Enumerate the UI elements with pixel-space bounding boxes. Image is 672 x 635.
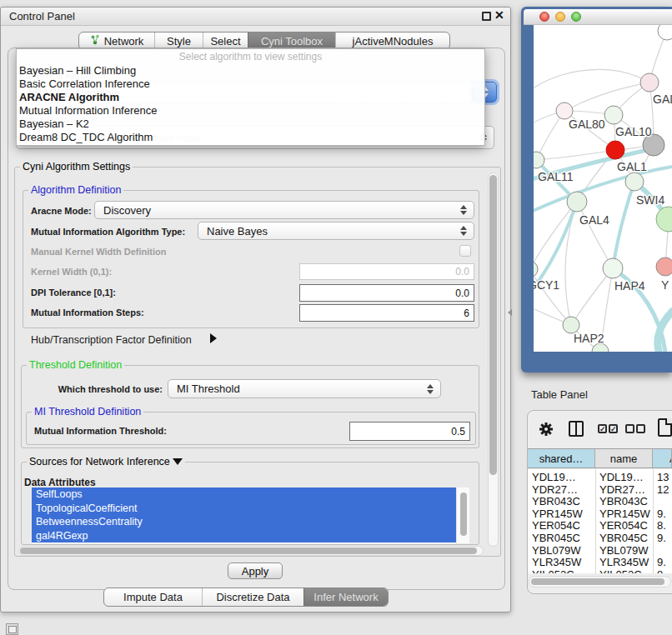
data-attributes-list[interactable]: SelfLoops TopologicalCoefficient Between… — [32, 488, 469, 543]
node-label: GAL10 — [615, 125, 652, 138]
node-label: GCY1 — [534, 278, 559, 292]
dpi-tolerance-label: DPI Tolerance [0,1]: — [31, 288, 116, 298]
popup-hint: Select algorithm to view settings — [17, 49, 484, 63]
table-row: YPR145WYPR145W9. — [528, 508, 672, 520]
tab-style[interactable]: Style — [154, 32, 203, 49]
list-item[interactable]: BetweennessCentrality — [32, 515, 456, 529]
page-icon[interactable] — [658, 418, 672, 437]
table-row: YER054CYER054C8. — [528, 519, 672, 532]
aracne-mode-combobox[interactable]: Discovery — [94, 201, 474, 219]
settings-vertical-scrollbar[interactable] — [488, 172, 499, 547]
group-title: Threshold Definition — [27, 359, 124, 371]
list-vertical-scrollbar[interactable] — [456, 488, 469, 543]
network-icon — [90, 34, 100, 48]
table-horizontal-scrollbar[interactable] — [529, 576, 671, 588]
node-label: SWI4 — [636, 193, 664, 207]
algorithm-dropdown-popup: Select algorithm to view settings Bayesi… — [16, 48, 485, 146]
settings-horizontal-scrollbar[interactable] — [18, 546, 484, 556]
table-row: YLR345WYLR345W9. — [528, 556, 672, 568]
tab-discretize-data[interactable]: Discretize Data — [202, 588, 303, 606]
list-item[interactable]: SelfLoops — [32, 488, 456, 502]
group-title: Sources for Network Inference — [27, 456, 185, 468]
tab-jactivemnodules[interactable]: jActiveMNodules — [335, 32, 449, 49]
tab-select[interactable]: Select — [203, 32, 248, 49]
node — [658, 25, 672, 40]
tab-network[interactable]: Network — [79, 32, 154, 49]
node-label: GAL80 — [569, 118, 605, 131]
node-label: GAL1 — [617, 160, 647, 173]
mi-threshold-field[interactable]: 0.5 — [349, 422, 470, 441]
minimized-panel-icon[interactable] — [6, 623, 18, 635]
column-view-icon[interactable] — [569, 421, 584, 437]
node — [604, 106, 623, 124]
control-panel-titlebar[interactable]: Control Panel ✕ — [1, 8, 510, 26]
table-row: YIL052CYIL052C8. — [528, 568, 672, 573]
node — [640, 73, 659, 92]
node — [534, 261, 538, 278]
column-header[interactable]: shared… — [528, 449, 595, 468]
column-header[interactable]: A — [653, 449, 672, 468]
list-item[interactable]: TopologicalCoefficient — [32, 502, 456, 516]
node — [563, 317, 579, 333]
node-label: Y — [661, 278, 669, 292]
table-body[interactable]: YDL19…YDL19…13 YDR27…YDR27…12 YBR043CYBR… — [528, 469, 672, 573]
table-row: YBL079WYBL079W — [528, 544, 672, 557]
minimize-traffic-light-icon[interactable] — [555, 12, 565, 22]
data-attributes-label: Data Attributes — [24, 477, 96, 488]
algorithm-option[interactable]: Bayesian – K2 — [17, 117, 484, 130]
select-all-checkbox-icon[interactable]: ✓ — [609, 424, 618, 433]
node — [625, 172, 644, 191]
tab-impute-data[interactable]: Impute Data — [104, 588, 202, 606]
expand-arrow-icon[interactable] — [210, 333, 217, 343]
zoom-traffic-light-icon[interactable] — [571, 12, 581, 22]
dpi-tolerance-field[interactable]: 0.0 — [299, 284, 474, 302]
node-label: GAL11 — [538, 170, 574, 183]
network-canvas[interactable]: GAL GAL80 GAL10 GAL1 GAL11 SWI4 GAL4 GCY… — [534, 25, 672, 352]
deselect-checkbox-icon[interactable] — [625, 424, 634, 433]
group-title: Cyni Algorithm Settings — [20, 161, 133, 172]
algorithm-option[interactable]: Basic Correlation Inference — [17, 77, 484, 90]
table-row: YBR043CYBR043C — [528, 495, 672, 508]
close-icon[interactable]: ✕ — [494, 8, 504, 22]
list-item[interactable]: gal4RGexp — [32, 529, 456, 543]
mi-algorithm-type-label: Mutual Information Algorithm Type: — [31, 227, 185, 237]
tab-infer-network[interactable]: Infer Network — [303, 588, 388, 606]
node-selected — [606, 141, 624, 159]
apply-button[interactable]: Apply — [228, 562, 283, 579]
column-header[interactable]: name — [595, 449, 653, 468]
deselect-checkbox-icon[interactable] — [636, 424, 645, 433]
float-window-icon[interactable] — [482, 12, 491, 21]
hub-definition-label[interactable]: Hub/Transcription Factor Definition — [31, 334, 192, 346]
window-title: Control Panel — [9, 10, 75, 22]
node-label: GAL — [653, 92, 672, 106]
group-title: MI Threshold Definition — [32, 406, 143, 418]
algorithm-option[interactable]: Bayesian – Hill Climbing — [17, 63, 484, 77]
tab-cyni-toolbox[interactable]: Cyni Toolbox — [248, 32, 335, 49]
kernel-width-field[interactable]: 0.0 — [299, 263, 474, 280]
algorithm-option-selected[interactable]: ARACNE Algorithm — [17, 90, 484, 103]
node-label: HAP2 — [574, 332, 604, 345]
splitter-arrow-icon[interactable] — [508, 309, 512, 316]
algorithm-option[interactable]: Mutual Information Inference — [17, 103, 484, 117]
manual-kernel-width-label: Manual Kernel Width Definition — [31, 247, 166, 257]
table-row: YDR27…YDR27…12 — [528, 483, 672, 496]
close-traffic-light-icon[interactable] — [539, 12, 549, 22]
node — [556, 102, 573, 119]
desktop: Control Panel ✕ Network Style Select Cyn… — [0, 0, 672, 635]
network-window-titlebar[interactable] — [524, 9, 672, 25]
kernel-width-label: Kernel Width (0,1): — [31, 267, 112, 277]
algorithm-option[interactable]: Dream8 DC_TDC Algorithm — [17, 130, 484, 143]
network-graph: GAL GAL80 GAL10 GAL1 GAL11 SWI4 GAL4 GCY… — [534, 25, 672, 352]
bottom-tabs: Impute Data Discretize Data Infer Networ… — [103, 588, 389, 607]
select-all-checkbox-icon[interactable]: ✓ — [598, 424, 607, 433]
node-label: HAP4 — [614, 279, 645, 292]
collapse-arrow-icon — [173, 458, 183, 465]
mi-threshold-label: Mutual Information Threshold: — [34, 426, 167, 436]
node — [603, 258, 623, 278]
which-threshold-combobox[interactable]: MI Threshold — [168, 379, 441, 398]
settings-gear-icon[interactable] — [539, 422, 554, 437]
mi-algorithm-type-combobox[interactable]: Naive Bayes — [198, 222, 474, 240]
mi-steps-field[interactable]: 6 — [299, 304, 474, 322]
manual-kernel-width-checkbox[interactable] — [459, 245, 471, 257]
table-row: YBR045CYBR045C9. — [528, 532, 672, 544]
